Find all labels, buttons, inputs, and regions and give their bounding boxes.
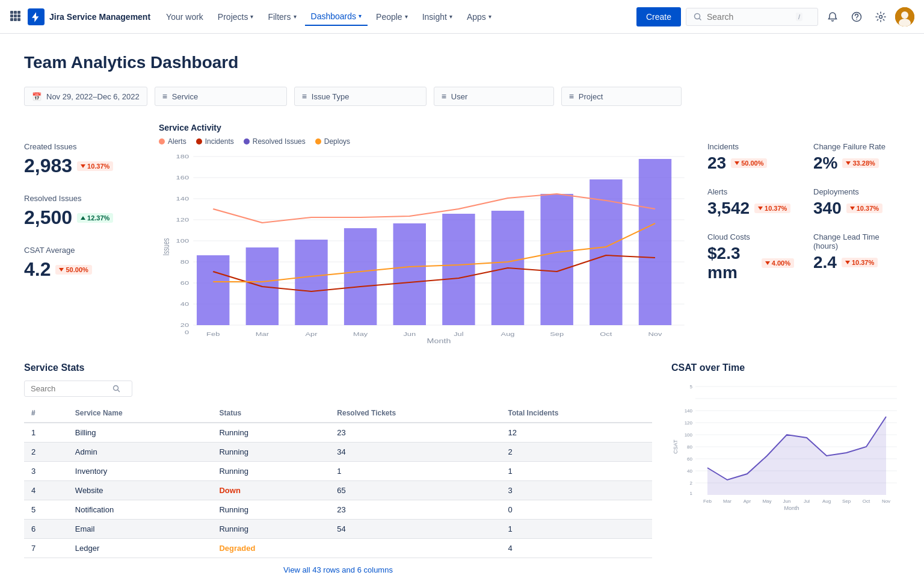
csat-average-card: CSAT Average 4.2 50.00% [24, 246, 144, 281]
alerts-kpi: Alerts 3,542 10.37% [707, 187, 794, 218]
svg-text:Apr: Apr [305, 331, 317, 337]
svg-text:2: 2 [690, 480, 693, 486]
svg-marker-17 [81, 164, 85, 168]
chevron-down-icon: ▾ [405, 13, 408, 20]
filter-icon: ≡ [302, 92, 307, 101]
search-shortcut: / [796, 13, 802, 21]
settings-button[interactable] [871, 7, 890, 26]
svg-text:Jun: Jun [403, 331, 416, 337]
nav-filters[interactable]: Filters ▾ [262, 8, 302, 25]
avatar[interactable] [895, 7, 914, 26]
svg-text:May: May [353, 331, 368, 337]
table-search-input[interactable] [31, 384, 109, 393]
svg-rect-42 [295, 240, 327, 325]
nav-projects[interactable]: Projects ▾ [212, 8, 260, 25]
cell-status: Running [212, 423, 330, 443]
incidents-kpi: Incidents 23 50.00% [707, 142, 794, 173]
legend-incidents: Incidents [196, 137, 234, 146]
table-row: 3 Inventory Running 1 1 [24, 462, 652, 481]
service-table: # Service Name Status Resolved Tickets T… [24, 404, 652, 558]
csat-average-label: CSAT Average [24, 246, 144, 255]
cell-num: 7 [24, 539, 68, 558]
deployments-kpi: Deployments 340 10.37% [813, 187, 900, 218]
cell-status: Running [212, 462, 330, 481]
nav-your-work[interactable]: Your work [160, 8, 209, 25]
nav-apps[interactable]: Apps ▾ [461, 8, 497, 25]
created-issues-badge: 10.37% [77, 161, 113, 171]
svg-text:180: 180 [176, 154, 189, 160]
created-issues-label: Created Issues [24, 142, 144, 151]
svg-rect-0 [10, 11, 13, 14]
svg-point-67 [114, 386, 119, 391]
help-button[interactable] [847, 7, 866, 26]
calendar-icon: 📅 [32, 92, 42, 101]
project-filter[interactable]: ≡ Project [561, 87, 682, 106]
chevron-down-icon: ▾ [294, 13, 297, 20]
table-row: 5 Notification Running 23 0 [24, 500, 652, 520]
svg-text:1: 1 [690, 491, 693, 496]
legend-resolved: Resolved Issues [244, 137, 306, 146]
svg-text:Sep: Sep [550, 331, 564, 337]
deploys-dot [315, 138, 321, 144]
service-filter[interactable]: ≡ Service [155, 87, 287, 106]
svg-text:Feb: Feb [206, 331, 220, 337]
col-incidents: Total Incidents [501, 404, 652, 423]
issue-type-filter[interactable]: ≡ Issue Type [294, 87, 427, 106]
cell-service-name: Website [68, 481, 212, 500]
svg-text:160: 160 [176, 175, 189, 181]
grid-icon[interactable] [10, 10, 20, 23]
table-search-box[interactable] [24, 381, 132, 397]
cell-num: 4 [24, 481, 68, 500]
cell-status: Down [212, 481, 330, 500]
chevron-down-icon: ▾ [250, 13, 253, 20]
created-issues-card: Created Issues 2,983 10.37% [24, 142, 144, 177]
page-title: Team Analytics Dashboard [24, 53, 900, 72]
cell-resolved: 34 [330, 443, 500, 462]
nav-insight[interactable]: Insight ▾ [416, 8, 458, 25]
svg-text:May: May [762, 499, 771, 504]
service-stats-title: Service Stats [24, 362, 652, 373]
svg-text:Jul: Jul [804, 499, 810, 504]
create-button[interactable]: Create [636, 7, 681, 26]
service-stats: Service Stats # Service Name Status [24, 362, 652, 574]
cell-num: 6 [24, 520, 68, 539]
filter-icon: ≡ [442, 92, 446, 101]
chart-area: 180 160 140 120 100 80 60 40 20 0 Issues [159, 151, 693, 343]
date-filter[interactable]: 📅 Nov 29, 2022–Dec 6, 2022 [24, 87, 147, 106]
nav-dashboards[interactable]: Dashboards ▾ [305, 8, 368, 26]
navbar: Jira Service Management Your work Projec… [0, 0, 924, 34]
svg-rect-44 [393, 223, 426, 325]
cloud-costs-badge: 4.00% [762, 258, 794, 268]
svg-marker-18 [81, 216, 85, 220]
svg-text:140: 140 [685, 408, 693, 414]
change-failure-badge: 33.28% [842, 158, 878, 168]
table-row: 1 Billing Running 23 12 [24, 423, 652, 443]
app-logo[interactable]: Jira Service Management [28, 8, 150, 25]
cell-incidents: 4 [501, 539, 652, 558]
search-input[interactable] [707, 12, 791, 22]
cell-num: 1 [24, 423, 68, 443]
notifications-button[interactable] [823, 7, 842, 26]
cell-service-name: Billing [68, 423, 212, 443]
svg-text:120: 120 [685, 420, 693, 426]
svg-rect-45 [442, 214, 475, 325]
cell-status: Running [212, 500, 330, 520]
nav-people[interactable]: People ▾ [370, 8, 414, 25]
content-grid: Created Issues 2,983 10.37% Resolved Iss… [24, 123, 900, 343]
cell-resolved: 54 [330, 520, 500, 539]
alerts-dot [159, 138, 165, 144]
svg-text:20: 20 [180, 322, 189, 328]
view-all-link[interactable]: View all 43 rows and 6 columns [24, 565, 652, 574]
csat-section: CSAT over Time 5 140 120 [671, 362, 900, 574]
nav-right: Create / [636, 7, 914, 26]
svg-point-12 [856, 19, 857, 20]
cell-service-name: Admin [68, 443, 212, 462]
svg-text:60: 60 [180, 280, 189, 286]
svg-text:60: 60 [687, 456, 692, 462]
col-status: Status [212, 404, 330, 423]
svg-text:Month: Month [784, 505, 799, 511]
resolved-dot [244, 138, 250, 144]
col-num: # [24, 404, 68, 423]
search-box[interactable]: / [686, 8, 818, 26]
user-filter[interactable]: ≡ User [434, 87, 554, 106]
